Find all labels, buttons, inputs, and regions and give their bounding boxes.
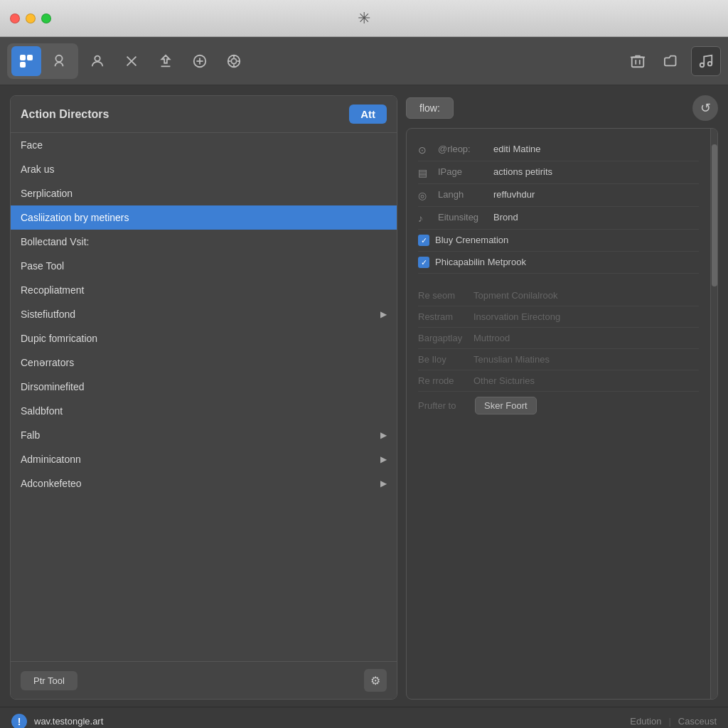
status-icon: !: [11, 714, 27, 729]
list-item-label: Dirsominefited: [21, 381, 84, 392]
list-item[interactable]: Casliization bry metiners: [11, 205, 397, 230]
toolbar-btn-cancel[interactable]: [117, 46, 146, 76]
list-item[interactable]: Recopliatment: [11, 278, 397, 302]
list-item[interactable]: Dirsominefited: [11, 375, 397, 399]
row-label: IPage: [438, 166, 488, 177]
list-area: FaceArak usSerplicationCasliization bry …: [11, 133, 397, 661]
list-item[interactable]: Falb▶: [11, 423, 397, 447]
right-inner: ⊙@rleop:editi Matine▤IPageactions petiri…: [407, 129, 710, 699]
bottom-bar: ! wav.testongle.art Edution | Casceust: [0, 707, 728, 728]
list-item[interactable]: Adminicatonn▶: [11, 447, 397, 471]
list-item-label: Sistefiutfond: [21, 309, 75, 320]
printer-label: Prufter to: [418, 400, 468, 411]
toolbar-btn-folder[interactable]: [657, 46, 687, 76]
right-row: ▤IPageactions petirits: [418, 161, 699, 184]
list-item[interactable]: Pase Tool: [11, 254, 397, 278]
list-item-label: Falb: [21, 429, 40, 441]
row-label: @rleop:: [438, 144, 488, 154]
toolbar-group-main: [7, 43, 78, 79]
refresh-button[interactable]: ↺: [692, 95, 718, 121]
list-item[interactable]: Sistefiutfond▶: [11, 302, 397, 326]
row-value: actions petirits: [493, 166, 552, 177]
bottom-right: Edution | Casceust: [630, 716, 717, 727]
list-item[interactable]: Serplication: [11, 181, 397, 205]
svg-point-3: [55, 55, 62, 61]
toolbar-btn-add[interactable]: [185, 46, 215, 76]
row-icon: ♪: [418, 213, 432, 224]
row-label: Langh: [438, 189, 488, 200]
flow-button[interactable]: flow:: [406, 97, 454, 119]
toolbar-btn-music[interactable]: [691, 46, 721, 76]
svg-point-20: [700, 63, 705, 67]
row-label: Re seom: [418, 290, 468, 301]
list-item[interactable]: Bollectand Vsit:: [11, 230, 397, 254]
list-item-label: Bollectand Vsit:: [21, 236, 90, 247]
toolbar-btn-trash[interactable]: [623, 46, 653, 76]
scrollbar-thumb[interactable]: [712, 144, 717, 287]
row-icon: ▤: [418, 167, 432, 178]
list-item[interactable]: Arak us: [11, 157, 397, 181]
svg-rect-2: [20, 62, 26, 68]
printer-row: Prufter toSker Foort: [418, 392, 699, 419]
row-label: Be Iloy: [418, 354, 468, 365]
close-button[interactable]: [10, 14, 20, 23]
row-label: Bargaptlay: [418, 333, 468, 343]
right-row-grayed: Re rrodeOther Sicturies: [418, 370, 699, 392]
right-row: ⊙@rleop:editi Matine: [418, 139, 699, 161]
toolbar-btn-2[interactable]: [44, 46, 74, 76]
panel-footer: Ptr Tool ⚙: [11, 661, 397, 699]
list-item-label: Casliization bry metiners: [21, 212, 129, 223]
panel-header: Action Directors Att: [11, 96, 397, 133]
right-content: ⊙@rleop:editi Matine▤IPageactions petiri…: [406, 128, 718, 700]
toolbar-btn-1[interactable]: [11, 46, 41, 76]
row-value: Brond: [493, 212, 518, 223]
right-row-grayed: Be IloyTenuslian Miatines: [418, 349, 699, 370]
list-item[interactable]: Face: [11, 133, 397, 157]
submenu-arrow-icon: ▶: [380, 309, 387, 319]
right-row-grayed: BargaptlayMuttrood: [418, 328, 699, 349]
main-content: Action Directors Att FaceArak usSerplica…: [0, 85, 728, 700]
row-value: Topment Conilalrook: [473, 290, 558, 301]
list-item[interactable]: Saldbfont: [11, 399, 397, 423]
att-button[interactable]: Att: [349, 105, 387, 124]
window-controls: [10, 14, 51, 23]
row-value: Muttrood: [473, 333, 510, 343]
list-item[interactable]: Adconkefeteo▶: [11, 471, 397, 496]
toolbar: [0, 37, 728, 85]
list-item[interactable]: Dupic fomrication: [11, 326, 397, 350]
row-value: editi Matine: [493, 144, 540, 154]
toolbar-btn-person[interactable]: [82, 46, 112, 76]
right-row-grayed: RestramInsorvation Eirectong: [418, 306, 699, 328]
list-item-label: Dupic fomrication: [21, 333, 97, 344]
footer-ptr-button[interactable]: Ptr Tool: [21, 671, 77, 690]
list-item-label: Saldbfont: [21, 405, 63, 417]
right-row-grayed: Re seomTopment Conilalrook: [418, 285, 699, 306]
maximize-button[interactable]: [41, 14, 51, 23]
list-item-label: Face: [21, 139, 43, 151]
row-value: Phicapabilin Metprook: [435, 257, 526, 267]
list-item-label: Adminicatonn: [21, 454, 81, 465]
checkbox-icon[interactable]: ✓: [418, 257, 429, 268]
right-row: ✓Bluy Crenemation: [418, 230, 699, 252]
checkbox-icon[interactable]: ✓: [418, 235, 429, 246]
list-item[interactable]: Cenərrators: [11, 350, 397, 375]
row-label: Re rrode: [418, 375, 468, 386]
gear-icon[interactable]: ⚙: [364, 669, 387, 692]
svg-rect-0: [20, 55, 26, 60]
edition-status: Edution: [630, 716, 661, 727]
toolbar-btn-upload[interactable]: [151, 46, 181, 76]
list-item-label: Adconkefeteo: [21, 478, 82, 489]
right-panel: flow: ↺ ⊙@rleop:editi Matine▤IPageaction…: [406, 95, 718, 700]
titlebar: ✳: [0, 0, 728, 37]
sker-button[interactable]: Sker Foort: [475, 397, 537, 414]
app-icon: ✳: [358, 9, 370, 28]
scrollbar[interactable]: [710, 129, 717, 699]
list-item-label: Serplication: [21, 188, 73, 199]
list-item-label: Cenərrators: [21, 357, 74, 368]
minimize-button[interactable]: [26, 14, 36, 23]
svg-point-21: [708, 61, 712, 65]
toolbar-btn-target[interactable]: [219, 46, 249, 76]
submenu-arrow-icon: ▶: [380, 478, 387, 488]
row-icon: ◎: [418, 190, 432, 201]
submenu-arrow-icon: ▶: [380, 454, 387, 464]
